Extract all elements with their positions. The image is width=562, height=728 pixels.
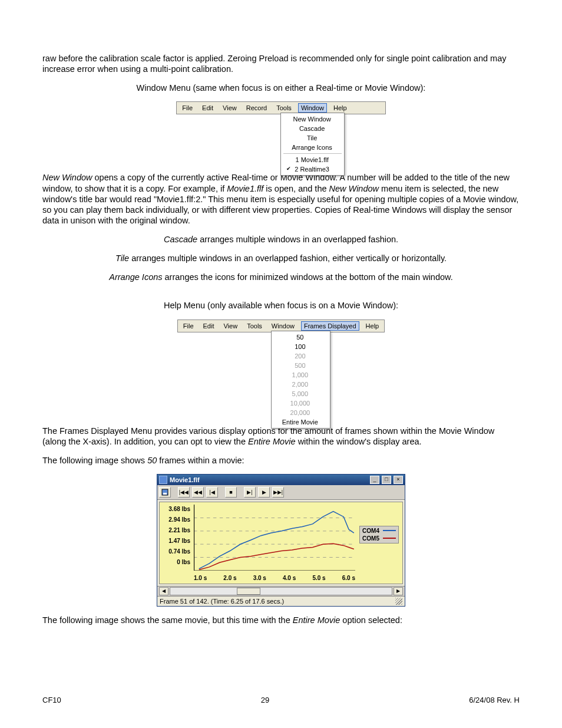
menu-edit[interactable]: Edit (199, 103, 216, 113)
frames-menu-item[interactable]: 5,000 (272, 389, 330, 398)
movie-status-bar: Frame 51 of 142. (Time: 6.25 of 17.6 sec… (157, 596, 405, 606)
chart-legend: COM4COM5 (359, 526, 399, 543)
text: arranges multiple windows in an overlapp… (129, 253, 447, 263)
movie-chart: 3.68 lbs2.94 lbs2.21 lbs1.47 lbs0.74 lbs… (159, 502, 403, 584)
frames-menu-item[interactable]: 20,000 (272, 408, 330, 417)
x-tick: 5.0 s (312, 575, 325, 581)
page-footer: CF10 29 6/24/08 Rev. H (42, 696, 520, 704)
entire-intro: The following image shows the same movie… (42, 615, 520, 625)
arrange-em: Arrange Icons (109, 272, 162, 282)
menu-item-doc2[interactable]: 2 Realtime3 (281, 164, 343, 174)
frames-menu-item[interactable]: 500 (272, 361, 330, 370)
menu-tools[interactable]: Tools (273, 103, 295, 113)
chart-series-COM4 (199, 511, 354, 568)
rewind-button[interactable]: ◀◀ (192, 487, 204, 498)
y-tick: 2.21 lbs (161, 527, 190, 533)
window-menu-caption: Window Menu (same when focus is on eithe… (42, 83, 520, 93)
menu-view[interactable]: View (220, 103, 240, 113)
menu-record[interactable]: Record (243, 103, 270, 113)
menu2-edit[interactable]: Edit (200, 321, 217, 331)
entire-movie-em: Entire Movie (248, 437, 296, 446)
minimize-button[interactable]: _ (370, 476, 379, 484)
frames-menu-screenshot: File Edit View Tools Window Frames Displ… (177, 319, 385, 332)
menu-item-tile[interactable]: Tile (281, 133, 343, 143)
save-icon[interactable] (159, 487, 171, 498)
help-menu-caption: Help Menu (only available when focus is … (42, 300, 520, 311)
menu2-view[interactable]: View (220, 321, 240, 331)
text: arranges the icons for minimized windows… (163, 272, 453, 282)
movie-scrollbar[interactable]: ◀ ▶ (157, 586, 405, 596)
menu2-help[interactable]: Help (363, 321, 382, 331)
scroll-left-button[interactable]: ◀ (159, 587, 168, 595)
svg-rect-1 (163, 493, 167, 495)
stop-button[interactable]: ■ (225, 487, 237, 498)
scroll-thumb[interactable] (237, 588, 260, 595)
menu2-frames[interactable]: Frames Displayed (301, 321, 359, 331)
x-tick: 4.0 s (283, 575, 296, 581)
footer-left: CF10 (42, 696, 61, 704)
x-tick: 1.0 s (194, 575, 207, 581)
frames-menu-item[interactable]: Entire Movie (272, 417, 330, 427)
chart-plot-area (194, 505, 355, 571)
y-tick: 2.94 lbs (161, 516, 190, 523)
movie-window-screenshot: Movie1.flf _ □ × |◀◀ ◀◀ |◀ ■ ▶| ▶ ▶▶| 3.… (157, 474, 405, 607)
movie-window-title: Movie1.flf (170, 476, 368, 483)
scroll-right-button[interactable]: ▶ (394, 587, 403, 595)
menubar: File Edit View Record Tools Window Help (177, 102, 385, 114)
movie-ref: Movie1.flf (227, 184, 263, 193)
chart-series-COM5 (199, 543, 354, 569)
first-frame-button[interactable]: |◀◀ (178, 487, 190, 498)
fifty-intro: The following image shows 50 frames with… (42, 455, 520, 466)
tile-line: Tile arranges multiple windows in an ove… (42, 253, 520, 263)
resize-grip-icon[interactable] (395, 598, 402, 605)
x-tick: 3.0 s (253, 575, 266, 581)
menu-item-doc1[interactable]: 1 Movie1.flf (281, 155, 343, 164)
menu-item-arrange-icons[interactable]: Arrange Icons (281, 143, 343, 152)
close-button[interactable]: × (394, 476, 403, 484)
y-tick: 1.47 lbs (161, 538, 190, 544)
menu-file[interactable]: File (179, 103, 196, 113)
frames-menu-item[interactable]: 1,000 (272, 370, 330, 380)
movie-toolbar: |◀◀ ◀◀ |◀ ■ ▶| ▶ ▶▶| (157, 485, 405, 500)
text: The following image shows (42, 456, 147, 465)
prev-frame-button[interactable]: |◀ (206, 487, 218, 498)
frames-menu-item[interactable]: 10,000 (272, 398, 330, 408)
new-window-em: New Window (42, 173, 92, 182)
footer-center: 29 (261, 696, 269, 704)
x-tick: 2.0 s (223, 575, 236, 581)
menu2-window[interactable]: Window (269, 321, 297, 331)
play-button[interactable]: ▶ (258, 487, 270, 498)
text: The following image shows the same movie… (42, 615, 293, 625)
cascade-em: Cascade (164, 235, 197, 244)
text: arranges multiple windows in an overlapp… (197, 235, 398, 244)
movie-window-titlebar: Movie1.flf _ □ × (157, 475, 405, 485)
frames-menu-item[interactable]: 100 (272, 342, 330, 351)
frames-menu-item[interactable]: 200 (272, 351, 330, 361)
menu-item-cascade[interactable]: Cascade (281, 124, 343, 133)
y-tick: 3.68 lbs (161, 506, 190, 512)
text: frames within a movie: (157, 456, 244, 465)
menu2-tools[interactable]: Tools (244, 321, 265, 331)
intro-paragraph: raw before the calibration scale factor … (42, 53, 520, 74)
next-frame-button[interactable]: ▶| (244, 487, 256, 498)
cascade-line: Cascade arranges multiple windows in an … (42, 234, 520, 245)
y-axis-labels: 3.68 lbs2.94 lbs2.21 lbs1.47 lbs0.74 lbs… (161, 506, 190, 565)
menu2-file[interactable]: File (180, 321, 197, 331)
footer-right: 6/24/08 Rev. H (469, 696, 520, 704)
menu-help[interactable]: Help (330, 103, 350, 113)
last-frame-button[interactable]: ▶▶| (272, 487, 284, 498)
fifty-em: 50 (147, 456, 157, 465)
menu-item-new-window[interactable]: New Window (281, 114, 343, 124)
frames-menu-item[interactable]: 2,000 (272, 380, 330, 389)
frames-menu-item[interactable]: 50 (272, 332, 330, 342)
maximize-button[interactable]: □ (382, 476, 391, 484)
menu-window[interactable]: Window (298, 103, 327, 113)
app-icon (159, 476, 167, 484)
arrange-line: Arrange Icons arranges the icons for min… (42, 272, 520, 282)
legend-entry: COM5 (362, 535, 396, 542)
frames-paragraph: The Frames Displayed Menu provides vario… (42, 426, 520, 447)
entire-em: Entire Movie (293, 615, 340, 625)
menubar-2: File Edit View Tools Window Frames Displ… (178, 320, 384, 332)
tile-em: Tile (115, 253, 129, 263)
scroll-track[interactable] (170, 587, 392, 595)
